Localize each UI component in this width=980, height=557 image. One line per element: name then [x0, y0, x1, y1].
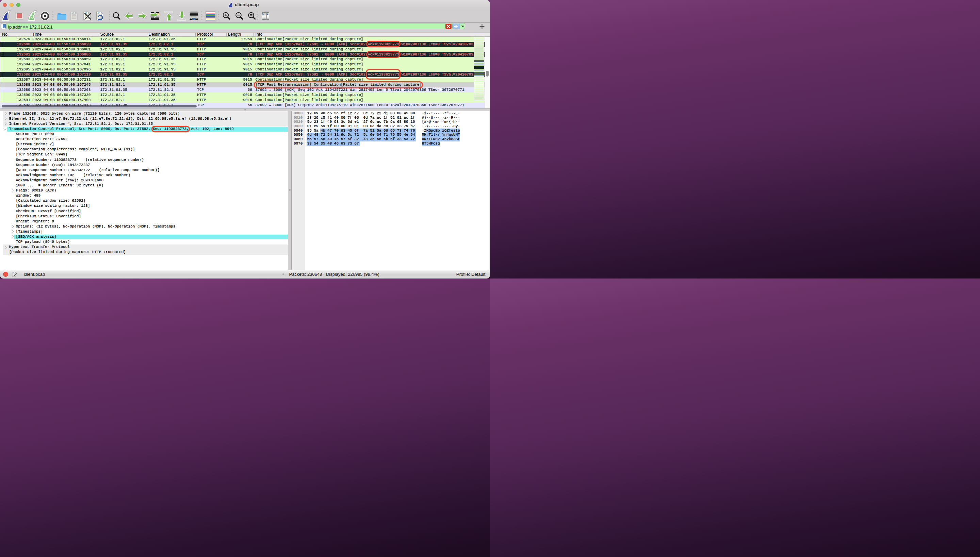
svg-text:01110: 01110	[72, 17, 77, 19]
